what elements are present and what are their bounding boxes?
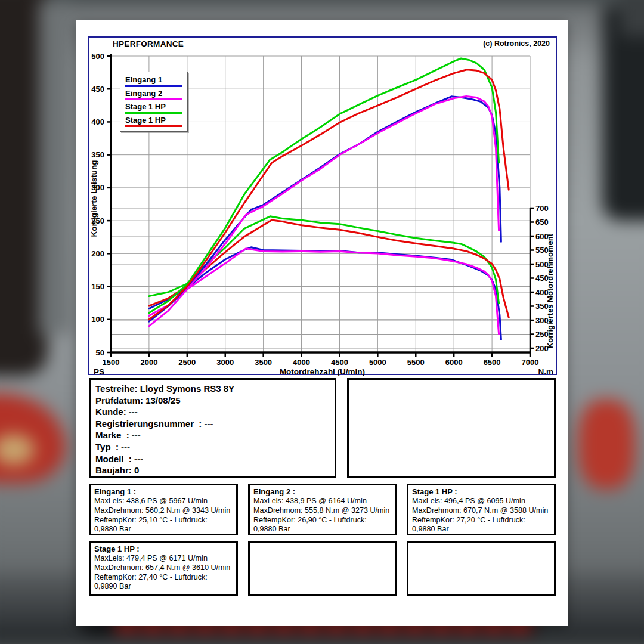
test-info-line: Kunde: --- — [95, 406, 330, 418]
torque-curve-1-eingang-2 — [149, 249, 499, 335]
legend-color-swatch — [125, 125, 182, 128]
result-box-line: 0,9880 Bar — [253, 525, 392, 534]
ytick-left-label: 100 — [91, 315, 104, 324]
result-box-line: 0,9880 Bar — [412, 525, 550, 534]
result-box-line: 0,9880 Bar — [94, 525, 233, 534]
xtick-label: 5000 — [369, 358, 386, 367]
test-info-line: Registrierungsnummer : --- — [95, 418, 330, 430]
test-info-line: Testreihe: Lloyd Symons RS3 8Y — [95, 383, 330, 395]
ytick-left-label: 450 — [91, 85, 104, 94]
legend-color-swatch — [125, 112, 182, 114]
result-box-eingang-2: Eingang 2 :MaxLeis: 438,9 PS @ 6164 U/mi… — [248, 484, 397, 535]
legend-color-swatch — [125, 98, 182, 101]
ceiling-bar — [0, 0, 644, 2]
result-box-line: MaxLeis: 438,9 PS @ 6164 U/min — [253, 497, 392, 506]
xtick-label: 2500 — [178, 358, 196, 367]
result-box-title: Eingang 1 : — [94, 487, 233, 497]
test-info-box: Testreihe: Lloyd Symons RS3 8YPrüfdatum:… — [89, 378, 336, 478]
result-box-line: MaxDrehmom: 555,8 N.m @ 3273 U/min — [253, 506, 392, 516]
power-curve-0-eingang-1 — [149, 97, 501, 321]
test-info-line: Modell : --- — [95, 453, 330, 465]
result-box-eingang-1: Eingang 1 :MaxLeis: 438,6 PS @ 5967 U/mi… — [89, 484, 238, 535]
power-curve-1-eingang-2 — [149, 97, 499, 326]
ytick-left-label: 500 — [91, 52, 104, 61]
right-pillar-top — [620, 0, 644, 36]
result-box-title: Stage 1 HP : — [94, 544, 233, 554]
result-box-title: Eingang 2 : — [253, 487, 392, 497]
result-box-line: MaxLeis: 496,4 PS @ 6095 U/min — [412, 497, 550, 506]
right-unit-label: N.m — [538, 367, 553, 376]
result-box-line: ReftempKor: 26,90 °C - Luftdruck: — [253, 516, 392, 525]
power-curve-3-stage-1-hp — [149, 70, 509, 320]
legend-item-2: Stage 1 HP — [125, 102, 182, 114]
result-box-line: MaxLeis: 479,4 PS @ 6171 U/min — [94, 554, 233, 564]
ytick-right-label: 700 — [535, 204, 549, 213]
red-car-right — [578, 400, 635, 489]
legend-label: Eingang 2 — [125, 89, 182, 98]
xtick-label: 7000 — [522, 358, 539, 367]
test-info-line: Baujahr: 0 — [95, 465, 330, 476]
legend-item-1: Eingang 2 — [125, 89, 182, 101]
left-unit-label: PS — [94, 367, 104, 376]
ytick-left-label: 350 — [91, 150, 104, 159]
legend: Eingang 1Eingang 2Stage 1 HPStage 1 HP — [120, 72, 188, 132]
ytick-left-label: 400 — [91, 117, 104, 126]
xtick-label: 6000 — [445, 358, 463, 367]
empty-info-box-3 — [407, 541, 556, 596]
test-info-line: Marke : --- — [95, 429, 330, 441]
right-pillar — [602, 6, 644, 221]
ytick-left-label: 150 — [91, 282, 104, 291]
legend-label: Stage 1 HP — [125, 102, 182, 111]
xtick-label: 4500 — [331, 358, 348, 367]
ytick-left-label: 200 — [91, 249, 104, 258]
chart-panel: HPERFORMANCE (c) Rotronics, 2020 5010015… — [88, 36, 557, 375]
xtick-label: 1500 — [103, 358, 120, 367]
x-axis-title: Motordrehzahl (U/min) — [280, 367, 365, 376]
result-box-line: ReftempKor: 27,20 °C - Luftdruck: — [412, 516, 550, 525]
ytick-left-label: 50 — [96, 348, 104, 357]
xtick-label: 5500 — [407, 358, 425, 367]
result-box-stage1-red: Stage 1 HP :MaxLeis: 479,4 PS @ 6171 U/m… — [89, 541, 238, 596]
xtick-label: 3000 — [216, 358, 234, 367]
test-info-line: Prüfdatum: 13/08/25 — [95, 395, 330, 407]
ytick-right-label: 650 — [535, 218, 549, 227]
result-box-line: 0,9890 Bar — [94, 582, 233, 592]
result-box-line: ReftempKor: 27,40 °C - Luftdruck: — [94, 573, 233, 583]
legend-color-swatch — [125, 85, 182, 87]
legend-label: Stage 1 HP — [125, 116, 182, 125]
legend-item-0: Eingang 1 — [125, 75, 182, 87]
xtick-label: 3500 — [255, 358, 272, 367]
legend-label: Eingang 1 — [125, 75, 182, 84]
result-box-title: Stage 1 HP : — [412, 487, 550, 497]
result-box-line: MaxDrehmom: 560,2 N.m @ 3343 U/min — [94, 506, 233, 516]
report-sheet: HPERFORMANCE (c) Rotronics, 2020 5010015… — [76, 20, 568, 626]
legend-item-3: Stage 1 HP — [125, 116, 182, 128]
result-box-stage1-green: Stage 1 HP :MaxLeis: 496,4 PS @ 6095 U/m… — [407, 484, 556, 535]
xtick-label: 6500 — [484, 358, 501, 367]
y-left-axis-title: Korrigierte Leistung — [89, 160, 98, 237]
power-curve-2-stage-1-hp — [149, 58, 499, 313]
left-column — [39, 0, 72, 334]
xtick-label: 2000 — [140, 358, 157, 367]
result-box-line: MaxDrehmom: 657,4 N.m @ 3610 U/min — [94, 564, 233, 573]
empty-info-box-2 — [248, 541, 397, 596]
xtick-label: 4000 — [293, 358, 310, 367]
y-right-axis-title: Korrigiertes Motordrehmoment — [546, 233, 555, 348]
result-box-line: MaxLeis: 438,6 PS @ 5967 U/min — [94, 497, 233, 506]
empty-info-box-1 — [347, 378, 556, 478]
result-box-line: MaxDrehmom: 670,7 N.m @ 3588 U/min — [412, 506, 550, 516]
test-info-line: Typ : --- — [95, 441, 330, 453]
result-box-line: ReftempKor: 25,10 °C - Luftdruck: — [94, 516, 233, 525]
